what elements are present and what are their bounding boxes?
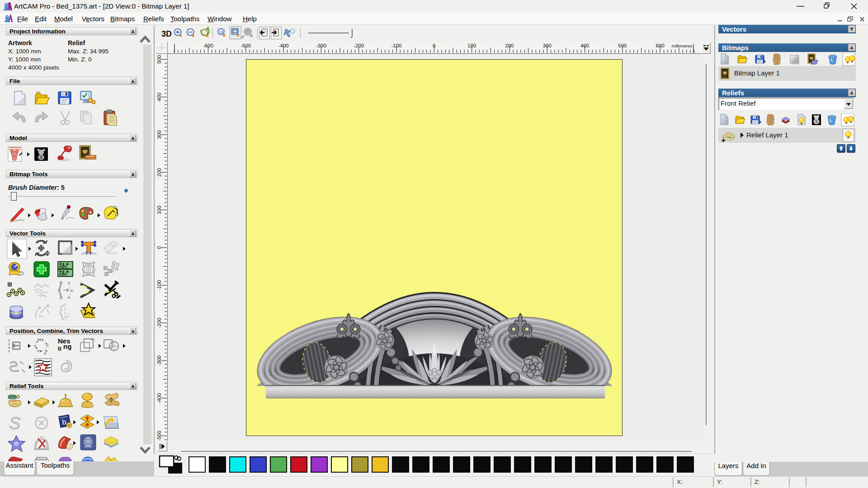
svg-text:x t: x t: [45, 342, 49, 347]
svg-text:200: 200: [505, 43, 514, 48]
svg-text:0: 0: [156, 246, 162, 249]
svg-text:-500: -500: [156, 431, 162, 441]
svg-text:t e: t e: [40, 338, 43, 341]
svg-text:-500: -500: [241, 43, 251, 48]
svg-text:-100: -100: [391, 43, 401, 48]
svg-text:100: 100: [467, 43, 476, 48]
svg-text:200: 200: [156, 168, 162, 177]
svg-text:-400: -400: [278, 43, 288, 48]
svg-text:a c: a c: [37, 350, 42, 353]
svg-text:-200: -200: [354, 43, 364, 48]
svg-text:-300: -300: [156, 355, 162, 366]
svg-text:millimetres: millimetres: [672, 43, 693, 48]
svg-text:0: 0: [433, 43, 435, 48]
svg-text:300: 300: [543, 43, 552, 48]
svg-text:u r: u r: [33, 344, 38, 349]
svg-text:500: 500: [618, 43, 627, 48]
svg-text:400: 400: [156, 93, 162, 101]
svg-text:400: 400: [580, 43, 589, 48]
svg-text:ABC: ABC: [59, 264, 68, 269]
svg-text:-400: -400: [156, 393, 162, 404]
svg-text:v e: v e: [35, 338, 40, 343]
svg-text:300: 300: [156, 130, 162, 139]
svg-text:-200: -200: [156, 318, 162, 328]
svg-text:-100: -100: [156, 280, 162, 291]
svg-text:S: S: [9, 414, 20, 433]
svg-text:ti: ti: [58, 345, 61, 352]
svg-text:3D: 3D: [161, 29, 172, 38]
svg-text:100: 100: [156, 206, 162, 214]
svg-text:500: 500: [156, 55, 162, 64]
svg-text:600: 600: [656, 43, 665, 48]
svg-text:-600: -600: [203, 43, 213, 48]
svg-text:11: 11: [220, 30, 224, 34]
svg-text:ABC: ABC: [59, 272, 68, 277]
svg-text:-300: -300: [316, 43, 326, 48]
svg-text:ng: ng: [63, 343, 71, 350]
